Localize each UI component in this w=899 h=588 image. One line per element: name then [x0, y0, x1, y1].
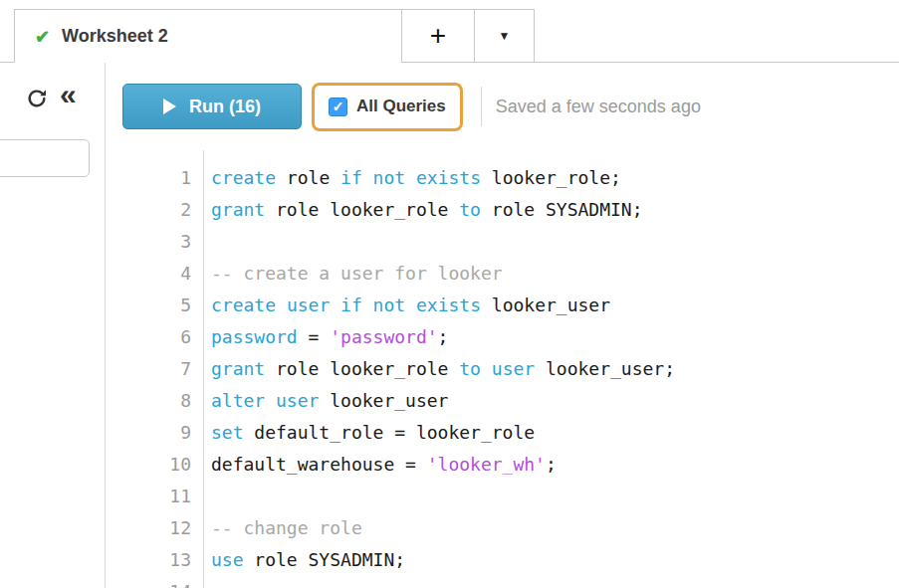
- content-area: « Run (16) ✓ All Queries Saved a few sec…: [0, 63, 899, 588]
- code-line[interactable]: use role SYSADMIN;: [211, 544, 899, 576]
- worksheet-toolbar: Run (16) ✓ All Queries Saved a few secon…: [106, 63, 899, 150]
- code-line[interactable]: create user if not exists looker_user: [211, 290, 899, 321]
- code-line[interactable]: [211, 576, 899, 588]
- double-chevron-left-icon: «: [60, 85, 77, 104]
- all-queries-label[interactable]: All Queries: [356, 97, 446, 116]
- worksheet-main: Run (16) ✓ All Queries Saved a few secon…: [106, 63, 899, 588]
- saved-check-icon: ✔: [35, 26, 50, 48]
- run-button-label: Run (16): [189, 97, 261, 117]
- code-line[interactable]: grant role looker_role to role SYSADMIN;: [211, 194, 899, 226]
- code-line[interactable]: [211, 226, 899, 258]
- toolbar-divider: [481, 87, 482, 126]
- panel-icon-row: «: [0, 63, 105, 110]
- saved-status: Saved a few seconds ago: [496, 97, 701, 117]
- line-number: 9: [106, 417, 191, 449]
- all-queries-checkbox[interactable]: ✓: [329, 98, 347, 116]
- play-icon: [163, 98, 176, 114]
- highlight-annotation: ✓ All Queries: [312, 83, 463, 131]
- code-line[interactable]: alter user looker_user: [211, 385, 899, 417]
- line-number: 4: [106, 258, 191, 290]
- line-numbers: 1234567891011121314: [106, 150, 204, 588]
- line-number: 5: [106, 290, 191, 321]
- line-number: 8: [106, 385, 191, 417]
- refresh-button[interactable]: [26, 87, 48, 110]
- line-number: 11: [106, 481, 191, 512]
- tab-bar: ✔ Worksheet 2 + ▼: [0, 0, 899, 63]
- code-line[interactable]: [211, 481, 899, 512]
- tab-worksheet-2[interactable]: ✔ Worksheet 2: [14, 9, 402, 63]
- code-line[interactable]: grant role looker_role to user looker_us…: [211, 353, 899, 385]
- code-line[interactable]: set default_role = looker_role: [211, 417, 899, 449]
- line-number: 13: [106, 544, 191, 576]
- refresh-icon: [26, 87, 48, 110]
- object-browser-field[interactable]: [0, 139, 90, 177]
- checkmark-icon: ✓: [333, 99, 344, 113]
- worksheet-tab-title: Worksheet 2: [62, 26, 168, 47]
- code-lines[interactable]: create role if not exists looker_role;gr…: [204, 150, 899, 588]
- run-button[interactable]: Run (16): [122, 84, 302, 129]
- worksheet-list-dropdown[interactable]: ▼: [475, 9, 535, 62]
- code-line[interactable]: password = 'password';: [211, 321, 899, 353]
- new-worksheet-button[interactable]: +: [402, 9, 475, 62]
- line-number: 1: [106, 162, 191, 194]
- code-line[interactable]: -- change role: [211, 512, 899, 544]
- collapse-panel-button[interactable]: «: [60, 85, 77, 104]
- chevron-down-icon: ▼: [499, 29, 511, 43]
- code-line[interactable]: -- create a user for looker: [211, 258, 899, 290]
- line-number: 2: [106, 194, 191, 226]
- line-number: 12: [106, 512, 191, 544]
- line-number: 3: [106, 226, 191, 258]
- object-browser-panel: «: [0, 63, 106, 588]
- line-number: 7: [106, 353, 191, 385]
- line-number: 6: [106, 321, 191, 353]
- sql-editor[interactable]: 1234567891011121314 create role if not e…: [106, 150, 899, 588]
- code-line[interactable]: default_warehouse = 'looker_wh';: [211, 449, 899, 481]
- line-number: 14: [106, 576, 191, 588]
- line-number: 10: [106, 449, 191, 481]
- code-line[interactable]: create role if not exists looker_role;: [211, 162, 899, 194]
